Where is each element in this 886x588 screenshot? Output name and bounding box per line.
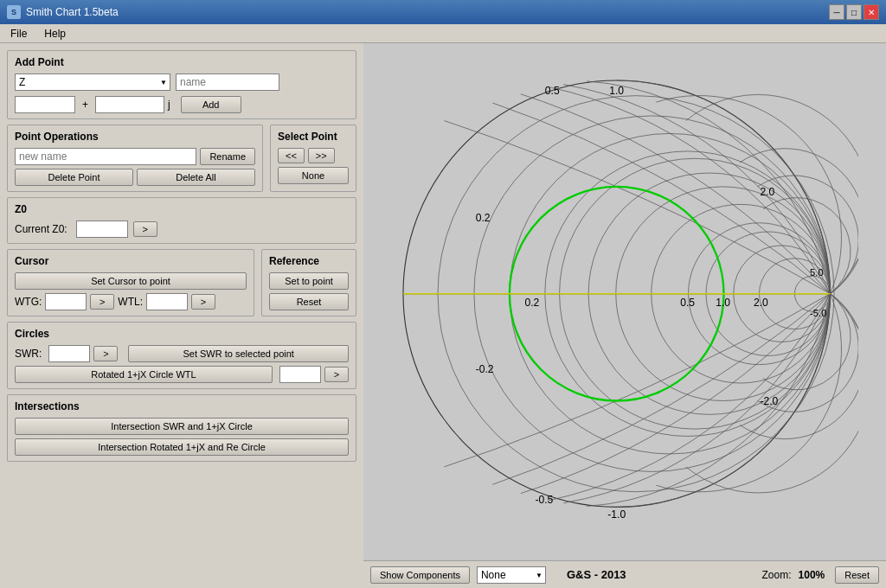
j-label: j — [168, 99, 170, 111]
svg-text:5.0: 5.0 — [810, 267, 824, 278]
svg-text:2.0: 2.0 — [760, 186, 774, 198]
ops-select-row: Point Operations Rename Delete Point Del… — [7, 125, 356, 192]
svg-text:0.5: 0.5 — [680, 297, 695, 309]
zoom-value: 100% — [799, 569, 825, 581]
reference-section: Reference Set to point Reset — [261, 249, 356, 316]
svg-text:2.0: 2.0 — [754, 297, 768, 309]
circles-section: Circles SWR: 2 > Set SWR to selected poi… — [7, 322, 356, 389]
smith-chart-svg[interactable]: 1.0 2.0 -2.0 5.0 -5.0 0.5 0.2 -0.2 0.2 0… — [391, 68, 858, 535]
svg-text:-0.5: -0.5 — [535, 494, 553, 506]
left-panel: Add Point Z Y S11 S22 0.0 + 0.0 j Add — [0, 43, 363, 588]
title-bar-buttons: ─ □ ✕ — [829, 4, 879, 20]
zoom-label: Zoom: — [762, 569, 792, 581]
menu-help[interactable]: Help — [37, 26, 73, 42]
add-point-section: Add Point Z Y S11 S22 0.0 + 0.0 j Add — [7, 50, 356, 119]
next-point-button[interactable]: >> — [308, 148, 335, 163]
svg-text:-0.2: -0.2 — [476, 363, 494, 375]
rot-value-input[interactable]: 0 — [279, 366, 321, 383]
cursor-ref-row: Cursor Set Cursor to point WTG: 0.25 > W… — [7, 249, 356, 316]
maximize-button[interactable]: □ — [846, 4, 862, 20]
svg-text:-5.0: -5.0 — [810, 308, 826, 318]
wtl-button[interactable]: > — [191, 294, 215, 310]
title-bar: S Smith Chart 1.5beta ─ □ ✕ — [0, 0, 886, 24]
wtg-button[interactable]: > — [90, 294, 114, 310]
add-button[interactable]: Add — [181, 96, 241, 113]
delete-all-button[interactable]: Delete All — [137, 169, 255, 186]
type-select-wrapper: Z Y S11 S22 — [15, 74, 170, 91]
set-cursor-button[interactable]: Set Cursor to point — [15, 272, 247, 290]
component-select-wrapper: None Series L Series C Shunt L Shunt C — [477, 566, 546, 584]
swr-btn[interactable]: > — [93, 346, 118, 361]
type-select[interactable]: Z Y S11 S22 — [15, 74, 170, 91]
menu-file[interactable]: File — [3, 26, 34, 42]
z0-title: Z0 — [15, 203, 349, 215]
wtl-input[interactable]: 0.25 — [146, 293, 188, 310]
point-ops-title: Point Operations — [15, 131, 255, 143]
set-swr-button[interactable]: Set SWR to selected point — [128, 345, 349, 362]
rotated-circle-button[interactable]: Rotated 1+jX Circle WTL — [15, 366, 273, 383]
minimize-button[interactable]: ─ — [829, 4, 844, 20]
none-point-button[interactable]: None — [278, 167, 349, 184]
svg-text:0.2: 0.2 — [476, 212, 491, 224]
svg-rect-0 — [391, 68, 858, 535]
component-select[interactable]: None Series L Series C Shunt L Shunt C — [477, 566, 546, 584]
main-container: Add Point Z Y S11 S22 0.0 + 0.0 j Add — [0, 43, 886, 588]
reset-ref-button[interactable]: Reset — [269, 293, 349, 310]
cursor-section: Cursor Set Cursor to point WTG: 0.25 > W… — [7, 249, 254, 316]
intersection-swr-button[interactable]: Intersection SWR and 1+jX Circle — [15, 418, 349, 435]
select-point-section: Select Point << >> None — [270, 125, 356, 192]
app-icon: S — [7, 5, 21, 19]
show-components-button[interactable]: Show Components — [370, 566, 470, 584]
point-operations-section: Point Operations Rename Delete Point Del… — [7, 125, 263, 192]
svg-text:0.5: 0.5 — [545, 85, 560, 97]
point-name-input[interactable] — [176, 74, 279, 91]
z0-value-input[interactable]: 50 — [76, 220, 128, 238]
svg-text:0.2: 0.2 — [525, 297, 540, 309]
z0-set-button[interactable]: > — [133, 221, 157, 237]
add-point-title: Add Point — [15, 56, 349, 68]
real-input[interactable]: 0.0 — [15, 96, 75, 113]
intersection-rotated-button[interactable]: Intersection Rotated 1+jX and Re Circle — [15, 438, 349, 456]
imag-input[interactable]: 0.0 — [95, 96, 164, 113]
wtg-input[interactable]: 0.25 — [45, 293, 87, 310]
intersections-section: Intersections Intersection SWR and 1+jX … — [7, 394, 356, 462]
z0-section: Z0 Current Z0: 50 > — [7, 197, 356, 244]
z0-current-label: Current Z0: — [15, 223, 67, 235]
reference-title: Reference — [269, 255, 349, 267]
chart-area: 1.0 2.0 -2.0 5.0 -5.0 0.5 0.2 -0.2 0.2 0… — [363, 43, 886, 588]
svg-text:1.0: 1.0 — [716, 297, 730, 309]
prev-point-button[interactable]: << — [278, 148, 305, 163]
svg-text:-1.0: -1.0 — [607, 508, 626, 521]
window-title: Smith Chart 1.5beta — [26, 6, 119, 18]
intersections-title: Intersections — [15, 400, 349, 412]
circles-title: Circles — [15, 328, 349, 340]
wtg-label: WTG: — [15, 296, 42, 308]
select-point-title: Select Point — [278, 131, 349, 143]
new-name-input[interactable] — [15, 148, 196, 165]
wtl-label: WTL: — [118, 296, 143, 308]
swr-label: SWR: — [15, 348, 42, 360]
delete-point-button[interactable]: Delete Point — [15, 169, 133, 186]
swr-input[interactable]: 2 — [48, 345, 90, 362]
rename-button[interactable]: Rename — [200, 148, 255, 165]
svg-text:-2.0: -2.0 — [760, 395, 778, 407]
bottom-toolbar: Show Components None Series L Series C S… — [363, 560, 886, 588]
reset-zoom-button[interactable]: Reset — [835, 566, 879, 584]
cursor-title: Cursor — [15, 255, 247, 267]
plus-label: + — [79, 99, 92, 111]
menu-bar: File Help — [0, 24, 886, 43]
gs-credit: G&S - 2013 — [567, 568, 626, 581]
svg-text:1.0: 1.0 — [609, 85, 624, 97]
set-to-point-button[interactable]: Set to point — [269, 272, 349, 290]
close-button[interactable]: ✕ — [864, 4, 879, 20]
rot-btn[interactable]: > — [324, 367, 349, 382]
